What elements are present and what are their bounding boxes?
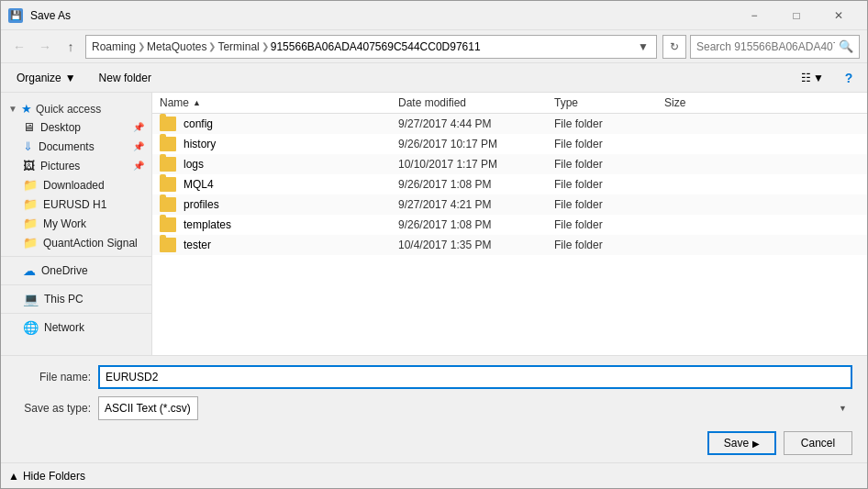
table-row[interactable]: tester 10/4/2017 1:35 PM File folder xyxy=(152,235,867,255)
maximize-button[interactable]: □ xyxy=(775,1,818,30)
window-controls: − □ ✕ xyxy=(733,1,860,30)
table-row[interactable]: profiles 9/27/2017 4:21 PM File folder xyxy=(152,194,867,215)
sidebar-item-downloaded[interactable]: 📁 Downloaded xyxy=(1,175,151,194)
file-type: File folder xyxy=(554,158,664,171)
quick-access-chevron: ▼ xyxy=(8,104,17,114)
file-type: File folder xyxy=(554,178,664,191)
button-row: Save ▶ Cancel xyxy=(16,428,852,455)
sidebar-item-downloaded-label: Downloaded xyxy=(43,179,105,192)
save-as-icon: 💾 xyxy=(8,8,23,23)
file-date: 9/26/2017 1:08 PM xyxy=(398,178,554,191)
sidebar-item-eurusd[interactable]: 📁 EURUSD H1 xyxy=(1,194,151,214)
crumb-roaming: Roaming xyxy=(92,40,136,53)
sidebar-item-onedrive[interactable]: ☁ OneDrive xyxy=(1,261,151,281)
sort-arrow-icon: ▲ xyxy=(193,98,201,107)
file-type: File folder xyxy=(554,117,664,130)
save-cursor-icon: ▶ xyxy=(752,439,760,449)
sidebar-item-pictures-label: Pictures xyxy=(40,160,80,172)
crumb-metaquotes: MetaQuotes xyxy=(147,40,206,53)
sidebar-thispc-label: This PC xyxy=(44,293,83,306)
folder-icon xyxy=(160,217,176,232)
hide-folders-bar[interactable]: ▲ Hide Folders xyxy=(1,462,867,488)
address-bar[interactable]: Roaming ❯ MetaQuotes ❯ Terminal ❯ 915566… xyxy=(85,35,657,59)
savetype-select[interactable]: ASCII Text (*.csv) xyxy=(98,396,198,420)
table-row[interactable]: MQL4 9/26/2017 1:08 PM File folder xyxy=(152,174,867,194)
new-folder-button[interactable]: New folder xyxy=(92,67,159,89)
file-date: 10/10/2017 1:17 PM xyxy=(398,158,554,171)
up-button[interactable]: ↑ xyxy=(60,36,82,58)
address-crumbs: Roaming ❯ MetaQuotes ❯ Terminal ❯ 915566… xyxy=(92,40,481,53)
help-button[interactable]: ? xyxy=(838,67,860,89)
search-box[interactable]: 🔍 xyxy=(690,35,860,59)
file-date: 9/26/2017 1:08 PM xyxy=(398,218,554,231)
savetype-select-wrapper: ASCII Text (*.csv) xyxy=(98,396,852,420)
view-icon: ☷ xyxy=(801,72,811,84)
sidebar-item-mywork[interactable]: 📁 My Work xyxy=(1,214,151,233)
file-list: Name ▲ Date modified Type Size config 9/… xyxy=(152,93,867,355)
col-size-header[interactable]: Size xyxy=(664,96,860,109)
pics-pin-icon: 📌 xyxy=(133,161,144,171)
view-button[interactable]: ☷ ▼ xyxy=(795,67,830,89)
sidebar-item-documents[interactable]: ⇓ Documents 📌 xyxy=(1,137,151,156)
documents-icon: ⇓ xyxy=(23,139,33,153)
sidebar-network-label: Network xyxy=(44,321,84,334)
file-name-text: templates xyxy=(184,218,231,231)
address-dropdown-icon[interactable]: ▼ xyxy=(636,39,651,54)
quantaction-folder-icon: 📁 xyxy=(23,236,38,250)
table-row[interactable]: logs 10/10/2017 1:17 PM File folder xyxy=(152,154,867,174)
file-name-text: logs xyxy=(184,158,204,171)
refresh-button[interactable]: ↻ xyxy=(662,35,686,59)
sidebar-onedrive-label: OneDrive xyxy=(41,264,88,277)
close-button[interactable]: ✕ xyxy=(818,1,860,30)
sidebar-item-mywork-label: My Work xyxy=(43,217,86,230)
sidebar-item-network[interactable]: 🌐 Network xyxy=(1,317,151,338)
savetype-label: Save as type: xyxy=(16,402,98,415)
quick-access-header[interactable]: ▼ ★ Quick access xyxy=(1,96,151,117)
col-type-header[interactable]: Type xyxy=(554,96,664,109)
file-rows-container: config 9/27/2017 4:44 PM File folder his… xyxy=(152,114,867,255)
filename-label: File name: xyxy=(16,371,98,383)
network-icon: 🌐 xyxy=(23,320,39,335)
hide-folders-label: Hide Folders xyxy=(23,470,85,483)
col-date-header[interactable]: Date modified xyxy=(398,96,554,109)
view-chevron: ▼ xyxy=(813,72,824,84)
pictures-icon: 🖼 xyxy=(23,159,35,172)
savetype-row: Save as type: ASCII Text (*.csv) xyxy=(16,396,852,420)
col-name-header[interactable]: Name ▲ xyxy=(160,96,398,109)
cancel-button[interactable]: Cancel xyxy=(784,431,852,455)
file-name-text: config xyxy=(184,117,213,130)
file-type: File folder xyxy=(554,218,664,231)
table-row[interactable]: config 9/27/2017 4:44 PM File folder xyxy=(152,114,867,134)
sidebar-item-desktop[interactable]: 🖥 Desktop 📌 xyxy=(1,117,151,137)
file-name-text: history xyxy=(184,138,216,150)
file-type: File folder xyxy=(554,239,664,251)
sidebar-item-documents-label: Documents xyxy=(39,140,95,153)
back-button[interactable]: ← xyxy=(8,36,30,58)
sidebar-divider-1 xyxy=(1,256,151,257)
crumb-terminal: Terminal xyxy=(217,40,259,53)
file-date: 9/26/2017 10:17 PM xyxy=(398,138,554,150)
file-name-text: MQL4 xyxy=(184,178,214,191)
pin-icon: 📌 xyxy=(133,122,144,132)
file-date: 9/27/2017 4:21 PM xyxy=(398,198,554,211)
search-input[interactable] xyxy=(696,40,835,53)
minimize-button[interactable]: − xyxy=(733,1,775,30)
filename-input[interactable] xyxy=(98,365,852,389)
sidebar-item-desktop-label: Desktop xyxy=(40,121,81,134)
table-row[interactable]: templates 9/26/2017 1:08 PM File folder xyxy=(152,215,867,235)
forward-button[interactable]: → xyxy=(34,36,56,58)
sidebar-item-quantaction[interactable]: 📁 QuantAction Signal xyxy=(1,233,151,252)
filename-row: File name: xyxy=(16,365,852,389)
sidebar-item-thispc[interactable]: 💻 This PC xyxy=(1,289,151,309)
sidebar-item-pictures[interactable]: 🖼 Pictures 📌 xyxy=(1,156,151,175)
quick-access-star-icon: ★ xyxy=(21,102,32,116)
organize-button[interactable]: Organize ▼ xyxy=(8,67,84,89)
file-type: File folder xyxy=(554,198,664,211)
organize-chevron: ▼ xyxy=(65,72,76,84)
file-type: File folder xyxy=(554,138,664,150)
table-row[interactable]: history 9/26/2017 10:17 PM File folder xyxy=(152,134,867,154)
save-button[interactable]: Save ▶ xyxy=(707,431,776,455)
quick-access-label: Quick access xyxy=(36,103,101,116)
hide-folders-chevron: ▲ xyxy=(8,470,19,483)
file-list-header: Name ▲ Date modified Type Size xyxy=(152,93,867,114)
